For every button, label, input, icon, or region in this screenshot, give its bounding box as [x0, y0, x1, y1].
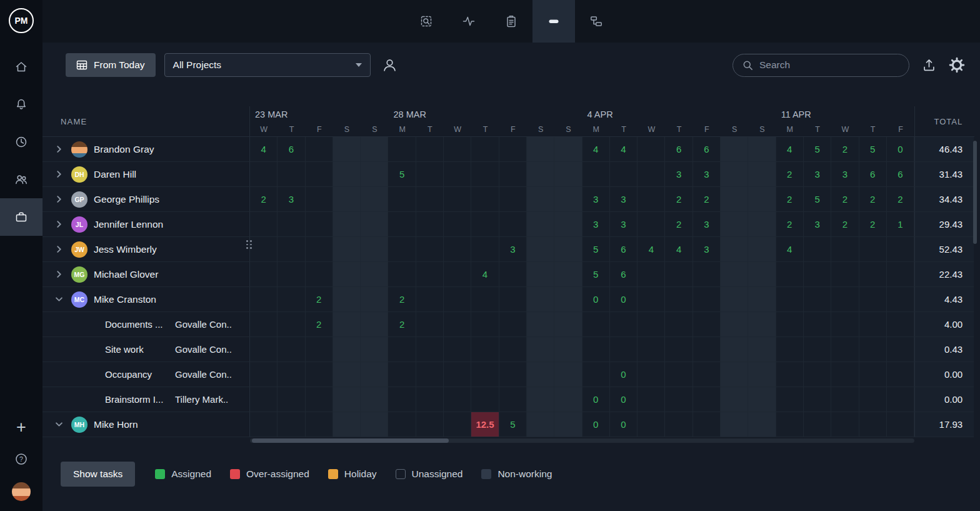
workload-cell[interactable] — [721, 262, 748, 287]
workload-cell[interactable] — [721, 312, 748, 337]
workload-cell[interactable] — [333, 287, 361, 312]
workload-cell[interactable] — [306, 362, 333, 387]
workload-cell[interactable] — [527, 212, 554, 237]
workload-cell[interactable] — [776, 262, 804, 287]
tab-zoom-search[interactable] — [405, 0, 448, 43]
row-name-cell[interactable]: MHMike Horn — [42, 412, 250, 437]
workload-cell[interactable]: 3 — [831, 162, 859, 187]
workload-cell[interactable] — [859, 337, 887, 362]
workload-cell[interactable] — [499, 362, 527, 387]
workload-cell[interactable] — [554, 262, 582, 287]
chevron-right-icon[interactable] — [52, 246, 65, 253]
workload-cell[interactable] — [250, 337, 278, 362]
workload-cell[interactable] — [471, 237, 499, 262]
workload-cell[interactable]: 3 — [499, 237, 527, 262]
task-row[interactable]: Site workGovalle Con..0.43 — [42, 337, 974, 362]
workload-cell[interactable]: 2 — [859, 212, 887, 237]
workload-cell[interactable] — [582, 362, 610, 387]
chevron-right-icon[interactable] — [52, 171, 65, 178]
search-input[interactable] — [759, 59, 900, 71]
workload-cell[interactable] — [278, 362, 305, 387]
workload-cell[interactable] — [361, 187, 388, 212]
workload-cell[interactable] — [638, 212, 665, 237]
workload-cell[interactable] — [499, 312, 527, 337]
workload-cell[interactable] — [638, 312, 665, 337]
workload-cell[interactable] — [748, 162, 776, 187]
workload-cell[interactable] — [444, 312, 471, 337]
workload-cell[interactable] — [804, 362, 831, 387]
person-row[interactable]: JLJennifer Lennon33232322129.43 — [42, 212, 974, 237]
workload-cell[interactable] — [748, 262, 776, 287]
workload-cell[interactable] — [804, 287, 831, 312]
workload-cell[interactable] — [887, 287, 914, 312]
workload-cell[interactable] — [554, 187, 582, 212]
workload-cell[interactable] — [887, 362, 914, 387]
workload-cell[interactable] — [278, 412, 305, 437]
workload-cell[interactable] — [665, 362, 692, 387]
workload-cell[interactable] — [582, 162, 610, 187]
user-avatar[interactable] — [12, 482, 31, 501]
workload-cell[interactable] — [499, 337, 527, 362]
workload-cell[interactable] — [776, 362, 804, 387]
workload-cell[interactable] — [388, 337, 416, 362]
workload-cell[interactable] — [748, 387, 776, 412]
workload-cell[interactable] — [527, 412, 554, 437]
workload-cell[interactable] — [859, 262, 887, 287]
workload-cell[interactable] — [610, 337, 638, 362]
workload-cell[interactable] — [638, 412, 665, 437]
workload-cell[interactable] — [333, 237, 361, 262]
workload-cell[interactable] — [250, 287, 278, 312]
person-row[interactable]: GPGeorge Phillips2333222522234.43 — [42, 187, 974, 212]
row-name-cell[interactable]: Documents ...Govalle Con.. — [42, 312, 250, 337]
workload-cell[interactable] — [748, 412, 776, 437]
workload-cell[interactable] — [416, 312, 444, 337]
workload-cell[interactable]: 12.5 — [471, 412, 499, 437]
workload-cell[interactable] — [333, 137, 361, 162]
workload-cell[interactable] — [721, 337, 748, 362]
workload-cell[interactable] — [361, 287, 388, 312]
workload-cell[interactable] — [887, 237, 914, 262]
workload-cell[interactable] — [361, 337, 388, 362]
workload-cell[interactable]: 6 — [887, 162, 914, 187]
workload-cell[interactable] — [638, 362, 665, 387]
workload-cell[interactable] — [306, 212, 333, 237]
workload-cell[interactable]: 0 — [582, 387, 610, 412]
workload-cell[interactable]: 5 — [804, 187, 831, 212]
workload-cell[interactable] — [554, 162, 582, 187]
workload-cell[interactable] — [721, 187, 748, 212]
workload-cell[interactable] — [444, 412, 471, 437]
workload-cell[interactable]: 0 — [610, 387, 638, 412]
workload-cell[interactable] — [278, 237, 305, 262]
sidebar-item-time[interactable] — [0, 123, 42, 161]
workload-cell[interactable] — [554, 412, 582, 437]
workload-cell[interactable]: 3 — [582, 187, 610, 212]
row-name-cell[interactable]: JWJess Wimberly — [42, 237, 250, 262]
pm-logo[interactable]: PM — [9, 8, 34, 33]
workload-cell[interactable]: 3 — [693, 162, 721, 187]
workload-cell[interactable] — [665, 312, 692, 337]
workload-cell[interactable] — [554, 362, 582, 387]
workload-cell[interactable] — [638, 387, 665, 412]
workload-cell[interactable] — [416, 187, 444, 212]
workload-cell[interactable] — [444, 137, 471, 162]
workload-cell[interactable] — [610, 312, 638, 337]
workload-cell[interactable]: 3 — [610, 212, 638, 237]
workload-cell[interactable] — [499, 162, 527, 187]
row-name-cell[interactable]: OccupancyGovalle Con.. — [42, 362, 250, 387]
workload-cell[interactable] — [444, 262, 471, 287]
workload-cell[interactable] — [388, 137, 416, 162]
workload-cell[interactable] — [444, 162, 471, 187]
workload-cell[interactable] — [444, 287, 471, 312]
workload-cell[interactable] — [416, 237, 444, 262]
workload-cell[interactable] — [278, 387, 305, 412]
horizontal-scrollbar[interactable] — [250, 438, 914, 443]
workload-cell[interactable] — [887, 262, 914, 287]
workload-cell[interactable] — [333, 212, 361, 237]
chevron-down-icon[interactable] — [52, 296, 65, 303]
workload-cell[interactable] — [361, 412, 388, 437]
workload-cell[interactable] — [444, 187, 471, 212]
workload-cell[interactable] — [831, 262, 859, 287]
workload-cell[interactable] — [361, 312, 388, 337]
workload-cell[interactable] — [527, 237, 554, 262]
workload-cell[interactable] — [499, 137, 527, 162]
